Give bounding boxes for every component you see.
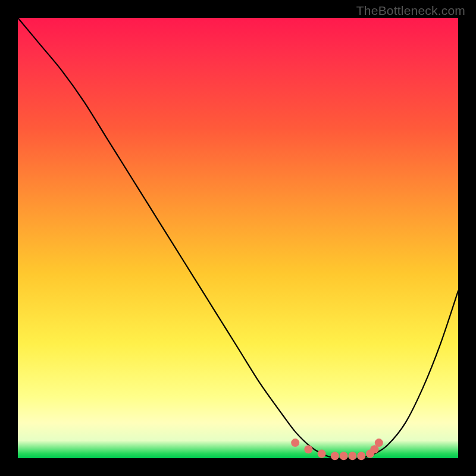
highlight-dot [340, 452, 348, 460]
chart-frame: TheBottleneck.com [0, 0, 476, 476]
highlight-dot [348, 452, 356, 460]
highlight-dot [304, 445, 312, 453]
highlight-dot [331, 452, 339, 460]
plot-area [18, 18, 458, 458]
chart-svg [18, 18, 458, 458]
watermark-text: TheBottleneck.com [356, 4, 465, 18]
highlight-dot [357, 452, 365, 460]
highlight-dot [318, 450, 326, 458]
bottleneck-curve-path [18, 18, 458, 459]
highlight-dot [291, 439, 299, 447]
highlight-dot [375, 439, 383, 447]
